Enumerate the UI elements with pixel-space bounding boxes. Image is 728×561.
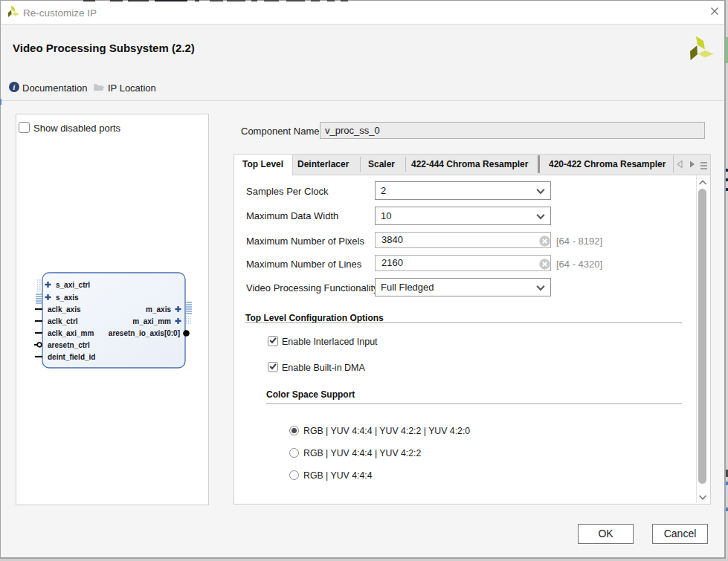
svg-text:s_axi_ctrl: s_axi_ctrl <box>56 281 90 289</box>
svg-text:i: i <box>13 83 16 91</box>
svg-text:deint_field_id: deint_field_id <box>48 353 95 361</box>
svg-text:s_axis: s_axis <box>56 294 79 302</box>
svg-text:aclk_axi_mm: aclk_axi_mm <box>48 329 94 337</box>
svg-text:m_axis: m_axis <box>146 305 171 314</box>
svg-text:aresetn_io_axis[0:0]: aresetn_io_axis[0:0] <box>109 329 180 337</box>
svg-text:aresetn_ctrl: aresetn_ctrl <box>48 341 90 349</box>
svg-text:m_axi_mm: m_axi_mm <box>132 317 171 325</box>
svg-text:aclk_ctrl: aclk_ctrl <box>48 317 78 325</box>
svg-text:aclk_axis: aclk_axis <box>48 305 81 314</box>
